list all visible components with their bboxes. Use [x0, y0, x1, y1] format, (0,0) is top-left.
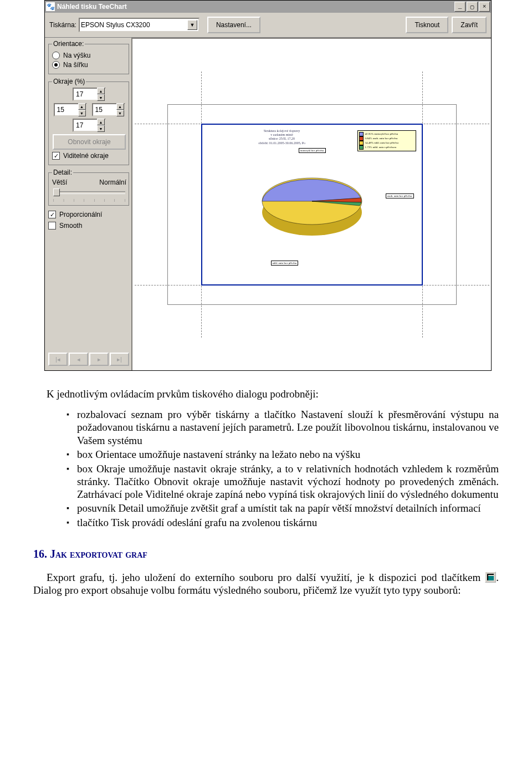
print-button[interactable]: Tisknout	[406, 17, 448, 33]
printer-value: EPSON Stylus CX3200	[81, 21, 187, 29]
settings-button[interactable]: Nastavení...	[207, 17, 260, 33]
app-icon: 🐾	[46, 2, 55, 11]
print-preview-window: 🐾 Náhled tisku TeeChart _ ▢ × Tiskárna: …	[44, 0, 492, 371]
page-nav: |◂ ◂ ▸ ▸|	[48, 350, 129, 368]
radio-icon	[52, 61, 60, 69]
margin-top-input[interactable]: 17 ▲▼	[73, 88, 106, 101]
titlebar: 🐾 Náhled tisku TeeChart _ ▢ ×	[45, 1, 491, 13]
orientation-portrait[interactable]: Na výšku	[52, 52, 126, 59]
chevron-down-icon[interactable]: ▼	[187, 20, 197, 30]
proportional-check[interactable]: Proporcionální	[48, 211, 129, 218]
intro-paragraph: K jednotlivým ovládacím prvkům tiskového…	[33, 387, 499, 400]
document-body: K jednotlivým ovládacím prvkům tiskového…	[0, 387, 532, 626]
reset-margins-button[interactable]: Obnovit okraje	[53, 134, 126, 150]
printer-select[interactable]: EPSON Stylus CX3200 ▼	[79, 18, 200, 32]
export-paragraph: Export grafu, tj. jeho uložení do extern…	[33, 571, 499, 596]
save-icon	[485, 572, 496, 583]
checkbox-icon	[48, 222, 56, 230]
detail-slider[interactable]	[53, 188, 125, 196]
orientation-landscape[interactable]: Na šířku	[52, 61, 126, 69]
radio-icon	[52, 52, 60, 59]
list-item: box Orientace umožňuje nastavení stránky…	[66, 448, 499, 461]
chart-callout: motocykl bez přívěsu	[299, 148, 326, 153]
chart-callout: osob. auto bez přívěsu	[386, 193, 414, 198]
visible-margins-check[interactable]: Viditelné okraje	[52, 152, 126, 160]
chart-title: Struktura kolejové dopravy v zadaném mís…	[232, 129, 332, 145]
paper-preview[interactable]: Struktura kolejové dopravy v zadaném mís…	[167, 104, 457, 305]
margin-right-input[interactable]: 15 ▲▼	[92, 103, 125, 116]
close-dialog-button[interactable]: Zavřít	[452, 17, 487, 33]
maximize-button[interactable]: ▢	[467, 2, 478, 12]
pie-chart	[257, 168, 367, 248]
toolbar: Tiskárna: EPSON Stylus CX3200 ▼ Nastaven…	[45, 13, 491, 38]
list-item: box Okraje umožňuje nastavit okraje strá…	[66, 462, 499, 501]
up-icon: ▲	[97, 88, 105, 94]
margin-left-input[interactable]: 15 ▲▼	[54, 103, 87, 116]
first-page-button[interactable]: |◂	[48, 353, 68, 366]
bullet-list: rozbalovací seznam pro výběr tiskárny a …	[33, 408, 499, 529]
left-panel: Orientace: Na výšku Na šířku Okraje (%)	[45, 38, 131, 370]
detail-group: Detail: Větší Normální ||||||||	[48, 169, 129, 206]
chart-callout: nákl. auto bez přívěsu	[271, 261, 299, 266]
checkbox-icon	[52, 152, 60, 160]
printer-label: Tiskárna:	[49, 21, 76, 29]
prev-page-button[interactable]: ◂	[69, 353, 88, 366]
list-item: rozbalovací seznam pro výběr tiskárny a …	[66, 408, 499, 447]
minimize-button[interactable]: _	[454, 2, 466, 12]
chart-frame: Struktura kolejové dopravy v zadaném mís…	[201, 124, 423, 285]
margin-bottom-input[interactable]: 17 ▲▼	[73, 119, 106, 132]
down-icon: ▼	[97, 94, 105, 101]
list-item: tlačítko Tisk provádí odeslání grafu na …	[66, 516, 499, 529]
window-title: Náhled tisku TeeChart	[57, 3, 454, 11]
smooth-check[interactable]: Smooth	[48, 222, 129, 230]
close-button[interactable]: ×	[479, 2, 490, 12]
next-page-button[interactable]: ▸	[89, 353, 109, 366]
preview-pane: Struktura kolejové dopravy v zadaném mís…	[131, 38, 491, 370]
list-item: posuvník Detail umožňuje zvětšit graf a …	[66, 502, 499, 515]
margins-group: Okraje (%) 17 ▲▼ 15 ▲▼	[48, 78, 129, 165]
orientation-group: Orientace: Na výšku Na šířku	[48, 40, 129, 74]
last-page-button[interactable]: ▸|	[110, 353, 129, 366]
checkbox-icon	[48, 211, 56, 218]
chart-legend: 42.95% motocykl bez přívěsu 0.84% osob. …	[357, 130, 416, 151]
section-heading: 16. Jak exportovat graf	[33, 547, 499, 560]
